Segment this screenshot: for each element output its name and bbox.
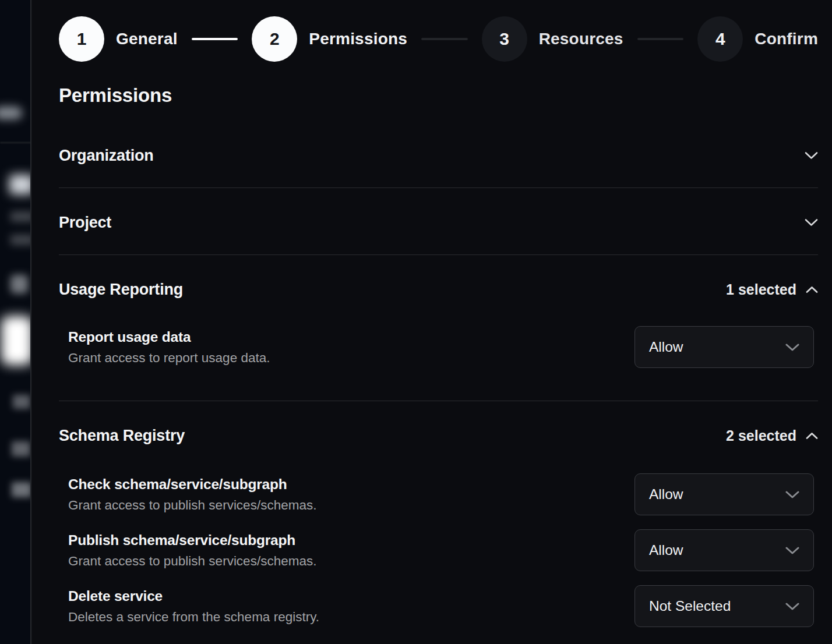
permission-text: Delete service Deletes a service from th… (59, 588, 319, 625)
sidebar-blur-blob (10, 275, 28, 293)
chevron-down-icon[interactable] (785, 344, 799, 351)
sidebar-blur-blob (0, 107, 22, 119)
section-title: Project (59, 214, 111, 231)
step-connector (421, 38, 468, 40)
section-project: Project (59, 188, 818, 255)
step-permissions[interactable]: 2 Permissions (252, 16, 407, 62)
permission-title: Check schema/service/subgraph (68, 476, 316, 493)
permission-row-report-usage-data: Report usage data Grant access to report… (59, 326, 818, 368)
permission-select-delete-service[interactable]: Not Selected (634, 585, 814, 627)
step-confirm[interactable]: 4 Confirm (697, 16, 818, 62)
permission-description: Grant access to publish services/schemas… (68, 498, 316, 513)
wizard-panel: 1 General 2 Permissions 3 Resources 4 Co… (33, 0, 832, 644)
sidebar-blur-blob (12, 441, 30, 457)
chevron-down-icon[interactable] (805, 218, 818, 227)
permission-items: Check schema/service/subgraph Grant acce… (59, 473, 818, 627)
permission-row-check-schema: Check schema/service/subgraph Grant acce… (59, 473, 818, 515)
section-title: Usage Reporting (59, 281, 183, 298)
selected-count-label: 2 selected (726, 427, 796, 444)
permission-select-publish-schema[interactable]: Allow (634, 529, 814, 571)
section-header-schema-registry[interactable]: Schema Registry 2 selected (59, 427, 818, 444)
permission-row-delete-service: Delete service Deletes a service from th… (59, 585, 818, 627)
section-schema-registry: Schema Registry 2 selected Check schema/… (59, 401, 818, 641)
step-number-badge[interactable]: 3 (482, 16, 527, 62)
permission-items: Report usage data Grant access to report… (59, 326, 818, 368)
permission-select-report-usage-data[interactable]: Allow (634, 326, 814, 368)
chevron-down-icon[interactable] (785, 603, 799, 610)
section-selected-count[interactable]: 1 selected (726, 281, 818, 298)
select-value: Allow (649, 542, 683, 558)
step-general[interactable]: 1 General (59, 16, 178, 62)
section-organization: Organization (59, 121, 818, 188)
sidebar-blur-blob (13, 395, 30, 409)
permission-row-publish-schema: Publish schema/service/subgraph Grant ac… (59, 529, 818, 571)
select-value: Allow (649, 339, 683, 355)
permission-description: Grant access to publish services/schemas… (68, 554, 316, 569)
section-usage-reporting: Usage Reporting 1 selected Report usage … (59, 255, 818, 401)
section-header-usage-reporting[interactable]: Usage Reporting 1 selected (59, 281, 818, 298)
chevron-down-icon[interactable] (785, 547, 799, 554)
chevron-down-icon[interactable] (785, 491, 799, 498)
page-title: Permissions (59, 84, 818, 107)
step-number-badge[interactable]: 1 (59, 16, 104, 62)
sidebar-active-item-glow (1, 316, 31, 365)
permission-text: Report usage data Grant access to report… (59, 328, 270, 366)
section-title: Organization (59, 147, 154, 164)
chevron-up-icon[interactable] (806, 286, 818, 293)
permission-select-check-schema[interactable]: Allow (634, 473, 814, 515)
sidebar-divider (0, 142, 31, 143)
section-header-organization[interactable]: Organization (59, 147, 818, 164)
step-label: Permissions (309, 30, 407, 48)
permission-description: Deletes a service from the schema regist… (68, 610, 319, 625)
sidebar-blur-blob (9, 175, 31, 194)
app-sidebar-blurred (0, 0, 31, 644)
sidebar-blur-blob (12, 482, 31, 497)
permission-title: Delete service (68, 588, 319, 605)
step-number-badge[interactable]: 2 (252, 16, 297, 62)
step-label: Confirm (755, 30, 818, 48)
select-value: Not Selected (649, 598, 731, 614)
section-selected-count[interactable]: 2 selected (726, 427, 818, 444)
select-value: Allow (649, 486, 683, 503)
sidebar-blur-blob (10, 211, 31, 222)
chevron-up-icon[interactable] (806, 432, 818, 440)
sidebar-blur-blob (10, 235, 31, 245)
step-label: General (116, 30, 178, 48)
wizard-stepper: 1 General 2 Permissions 3 Resources 4 Co… (59, 16, 818, 62)
step-label: Resources (539, 30, 623, 48)
permission-title: Report usage data (68, 328, 270, 346)
selected-count-label: 1 selected (726, 281, 796, 298)
section-title: Schema Registry (59, 427, 185, 444)
permission-description: Grant access to report usage data. (68, 351, 270, 366)
permission-text: Check schema/service/subgraph Grant acce… (59, 476, 316, 513)
step-number-badge[interactable]: 4 (697, 16, 743, 62)
permission-title: Publish schema/service/subgraph (68, 532, 316, 549)
section-header-project[interactable]: Project (59, 214, 818, 231)
step-connector (637, 38, 684, 40)
permission-text: Publish schema/service/subgraph Grant ac… (59, 532, 316, 569)
step-connector (192, 38, 238, 40)
chevron-down-icon[interactable] (805, 151, 818, 160)
step-resources[interactable]: 3 Resources (482, 16, 623, 62)
